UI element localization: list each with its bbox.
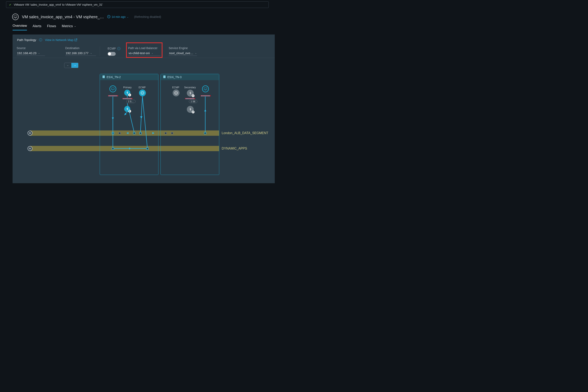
vm-node-source[interactable]	[109, 86, 116, 92]
segment-label: DYNAMIC_APPS	[222, 147, 247, 150]
chevron-down-icon: ⌄	[90, 52, 92, 54]
badge-c: C	[192, 94, 195, 97]
controller-node[interactable]: C	[124, 90, 130, 96]
host-header: ESXi_TN-2	[100, 74, 158, 80]
tab-alerts[interactable]: Alerts	[33, 24, 41, 30]
badge-p: P	[128, 110, 131, 112]
nic-icon	[122, 98, 133, 100]
port	[146, 148, 149, 150]
segment-label: London_ALB_DATA_SEGMENT	[222, 131, 268, 135]
divider	[100, 46, 100, 56]
chevron-down-icon: ⌄	[38, 52, 40, 54]
swap-direction: ← →	[64, 63, 78, 68]
controller-node-secondary[interactable]: C	[187, 90, 194, 96]
lb-label: Path via Load Balancer	[128, 46, 161, 50]
svg-point-25	[190, 92, 191, 92]
chevron-down-icon: ⌄	[195, 52, 197, 54]
clock-icon	[107, 15, 110, 19]
secondary-label: Secondary	[184, 86, 196, 89]
se-node-secondary[interactable]: P	[187, 106, 194, 113]
tab-overview[interactable]: Overview	[12, 24, 27, 30]
vm-icon	[12, 14, 19, 20]
external-link-icon	[74, 38, 77, 42]
badge-c: C	[128, 94, 131, 96]
port	[133, 132, 135, 134]
ecmp-label: ECMP	[108, 47, 116, 50]
page-title: VM sales_invoice_app_vm4 - VM vsphere_…	[22, 14, 104, 19]
load-balancer-dropdown[interactable]: Path via Load Balancer vs-child-test-sni…	[128, 46, 161, 56]
ecmp-toggle-group: ECMPi	[108, 47, 120, 56]
tab-metrics[interactable]: Metrics⌄	[62, 24, 76, 30]
service-engine-dropdown[interactable]: Service Engine nsxt_cloud_ove…⌄	[169, 46, 197, 56]
destination-dropdown[interactable]: Destination 192.168.100.177⌄	[65, 46, 96, 56]
svg-rect-10	[103, 76, 105, 78]
segment-icon[interactable]	[27, 146, 32, 151]
segment-icon[interactable]	[27, 131, 32, 136]
port	[119, 132, 121, 134]
breadcrumb-text: VMware VM 'sales_invoice_app_vm4' to VMw…	[14, 3, 103, 6]
vm-node-dest[interactable]	[202, 86, 209, 92]
info-icon[interactable]: i	[39, 38, 42, 42]
refresh-status: (Refreshing disabled)	[134, 15, 161, 18]
svg-point-21	[127, 108, 127, 108]
destination-label: Destination	[65, 46, 96, 50]
ecmp-node[interactable]	[139, 90, 146, 96]
ecmp-node-inactive[interactable]	[173, 90, 180, 96]
host-header: ESXi_TN-3	[161, 74, 219, 80]
chevron-down-icon: ⌄	[151, 52, 153, 54]
panel-title: Path Topology	[17, 38, 36, 42]
page-header: VM sales_invoice_app_vm4 - VM vsphere_… …	[12, 14, 275, 20]
filter-bar: Source 192.168.40.23⌄ ← → Destination 19…	[12, 46, 275, 58]
svg-rect-29	[204, 88, 207, 90]
nic-icon	[200, 95, 211, 96]
time-ago-text: 14 min ago	[112, 15, 126, 18]
primary-label: Primary	[123, 86, 132, 89]
ecmp-label: ECMP	[139, 86, 146, 89]
port	[112, 132, 114, 134]
nic-icon	[185, 98, 195, 100]
tab-bar: Overview Alerts Flows Metrics⌄	[12, 24, 275, 30]
source-dropdown[interactable]: Source 192.168.40.23⌄	[17, 46, 45, 56]
svg-point-27	[190, 108, 191, 108]
svg-rect-16	[111, 88, 114, 90]
port	[204, 132, 206, 134]
breadcrumb[interactable]: ✔ VMware VM 'sales_invoice_app_vm4' to V…	[6, 2, 269, 8]
svg-rect-13	[163, 76, 166, 78]
tab-flows[interactable]: Flows	[47, 24, 56, 30]
view-network-map-link[interactable]: View in Network Map	[45, 38, 77, 42]
server-icon	[163, 75, 166, 79]
path-topology-panel: Path Topology i View in Network Map Sour…	[12, 34, 275, 183]
info-icon[interactable]: i	[117, 47, 120, 50]
badge-p: P	[192, 110, 195, 114]
chevron-down-icon: ⌄	[74, 25, 76, 28]
port	[112, 148, 114, 150]
topology-canvas[interactable]: London_ALB_DATA_SEGMENT DYNAMIC_APPS ESX…	[12, 74, 275, 183]
panel-header: Path Topology i View in Network Map	[12, 34, 275, 42]
ecmp-toggle[interactable]	[108, 52, 116, 56]
svg-rect-0	[14, 16, 17, 18]
svg-point-19	[127, 91, 127, 92]
chevron-down-icon: ⌄	[127, 16, 128, 18]
se-count-pill[interactable]: 2 S…	[126, 100, 136, 103]
port	[165, 132, 167, 134]
server-icon	[102, 75, 105, 79]
swap-right-button[interactable]: →	[71, 63, 78, 68]
ecmp-label: ECMP	[172, 86, 179, 89]
check-icon: ✔	[9, 3, 11, 6]
host-box-1[interactable]: ESXi_TN-2	[100, 74, 159, 175]
se-label: Service Engine	[169, 46, 197, 50]
port	[139, 132, 142, 134]
se-node[interactable]: P	[124, 106, 130, 112]
se-count-pill[interactable]: 1 SE	[189, 100, 197, 103]
time-ago-dropdown[interactable]: 14 min ago ⌄	[107, 15, 128, 19]
nic-icon	[108, 95, 118, 96]
host-box-2[interactable]: ESXi_TN-3	[161, 74, 219, 175]
source-label: Source	[17, 46, 45, 50]
swap-left-button[interactable]: ←	[64, 63, 71, 68]
port	[171, 132, 173, 134]
